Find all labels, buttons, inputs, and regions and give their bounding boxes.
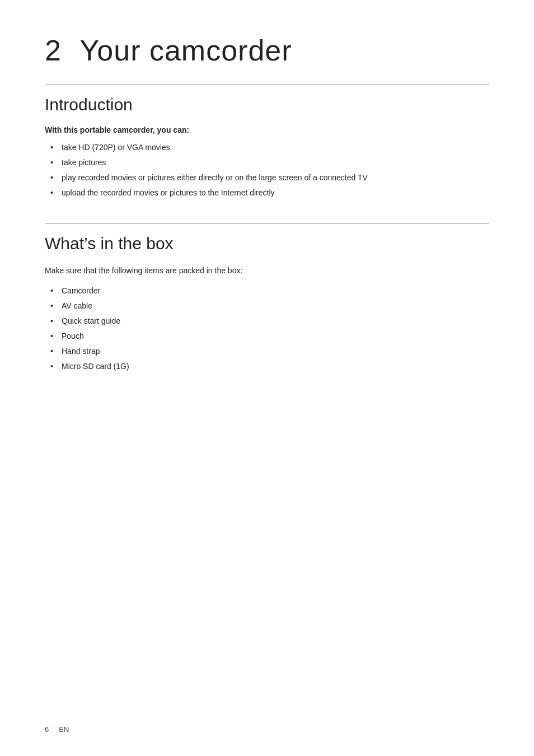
whats-in-box-title: What’s in the box: [45, 234, 489, 253]
list-item: play recorded movies or pictures either …: [50, 170, 489, 185]
introduction-title: Introduction: [45, 95, 489, 114]
list-item: Camcorder: [50, 283, 489, 298]
chapter-name: Your camcorder: [79, 34, 292, 67]
whats-in-box-intro: Make sure that the following items are p…: [45, 264, 489, 277]
list-item: Micro SD card (1G): [50, 359, 489, 374]
list-item: take HD (720P) or VGA movies: [50, 140, 489, 155]
chapter-title: 2 Your camcorder: [45, 34, 489, 67]
list-item: upload the recorded movies or pictures t…: [50, 185, 489, 200]
footer: 6 EN: [45, 725, 69, 734]
page: 2 Your camcorder Introduction With this …: [0, 0, 534, 756]
box-bullet-list: Camcorder AV cable Quick start guide Pou…: [50, 283, 489, 374]
section-divider-box: [45, 223, 489, 224]
list-item: Quick start guide: [50, 314, 489, 329]
list-item: take pictures: [50, 155, 489, 170]
section-divider-intro: [45, 84, 489, 85]
language-label: EN: [59, 725, 69, 734]
chapter-number: 2: [45, 34, 62, 67]
introduction-section: Introduction With this portable camcorde…: [45, 84, 489, 200]
list-item: AV cable: [50, 298, 489, 314]
list-item: Hand strap: [50, 344, 489, 359]
intro-bullet-list: take HD (720P) or VGA movies take pictur…: [50, 140, 489, 200]
list-item: Pouch: [50, 329, 489, 344]
intro-subtitle: With this portable camcorder, you can:: [45, 125, 489, 134]
whats-in-box-section: What’s in the box Make sure that the fol…: [45, 223, 489, 374]
page-number: 6: [45, 725, 49, 734]
